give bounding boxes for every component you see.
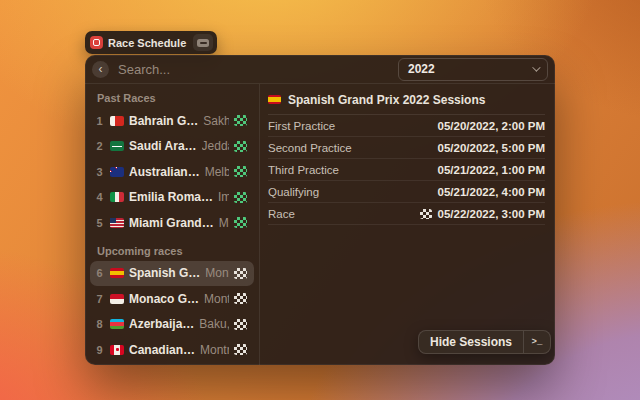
- checkered-flag-icon: [234, 344, 247, 355]
- race-number: 8: [94, 318, 105, 330]
- italy-flag-icon: [110, 192, 124, 202]
- bahrain-flag-icon: [110, 116, 124, 126]
- race-row-bahrain[interactable]: 1 Bahrain G… Sakhir, Bahr…: [90, 108, 254, 134]
- race-number: 7: [94, 293, 105, 305]
- race-location: Imola, Italy: [218, 190, 229, 204]
- race-title: Monaco G…: [129, 292, 199, 306]
- hide-sessions-button[interactable]: Hide Sessions: [419, 331, 523, 353]
- sessions-header: Spanish Grand Prix 2022 Sessions: [268, 92, 545, 107]
- race-location: Melbourne,…: [205, 165, 229, 179]
- race-row-canada[interactable]: 9 Canadian… Montreal, C…: [90, 337, 254, 363]
- section-label-upcoming-races: Upcoming races: [97, 245, 259, 257]
- race-title: Emilia Roma…: [129, 190, 213, 204]
- saudi-arabia-flag-icon: [110, 141, 124, 151]
- checkered-flag-icon: [420, 209, 432, 219]
- session-row-second-practice: Second Practice 05/20/2022, 5:00 PM: [268, 137, 545, 159]
- printer-icon: [197, 39, 209, 47]
- session-datetime: 05/22/2022, 3:00 PM: [438, 208, 545, 220]
- spain-flag-icon: [110, 268, 124, 278]
- race-row-spain-selected[interactable]: 6 Spanish G… Montmeló,…: [90, 261, 254, 287]
- race-row-azerbaijan[interactable]: 8 Azerbaija… Baku, Azerb…: [90, 312, 254, 338]
- race-title: Miami Grand…: [129, 216, 214, 230]
- race-row-monaco[interactable]: 7 Monaco G… Monte-Carl…: [90, 286, 254, 312]
- australia-flag-icon: [110, 167, 124, 177]
- race-location: Monte-Carl…: [204, 292, 229, 306]
- race-title: Spanish G…: [129, 266, 200, 280]
- desktop-wallpaper: { "tab": { "title": "Race Schedule", "ap…: [0, 0, 640, 400]
- race-title: Azerbaija…: [129, 317, 194, 331]
- checkered-flag-icon: [234, 268, 247, 279]
- session-row-qualifying: Qualifying 05/21/2022, 4:00 PM: [268, 181, 545, 203]
- session-label: Third Practice: [268, 164, 432, 176]
- session-row-race: Race 05/22/2022, 3:00 PM: [268, 203, 545, 225]
- race-location: Jeddah, Sa…: [202, 139, 229, 153]
- search-header: ‹ 2022: [85, 55, 555, 84]
- search-input[interactable]: [118, 62, 398, 77]
- year-dropdown-value: 2022: [408, 62, 532, 76]
- sessions-detail-pane: Spanish Grand Prix 2022 Sessions First P…: [260, 84, 555, 365]
- race-number: 1: [94, 115, 105, 127]
- session-row-first-practice: First Practice 05/20/2022, 2:00 PM: [268, 115, 545, 137]
- chevron-down-icon: [532, 63, 540, 71]
- usa-flag-icon: [110, 218, 124, 228]
- race-location: Miami, USA: [219, 216, 229, 230]
- race-location: Sakhir, Bahr…: [203, 114, 229, 128]
- race-number: 6: [94, 267, 105, 279]
- checkered-flag-icon: [234, 115, 247, 126]
- window-body: Past Races 1 Bahrain G… Sakhir, Bahr… 2 …: [85, 84, 555, 365]
- pin-button[interactable]: [193, 34, 213, 51]
- session-datetime: 05/20/2022, 2:00 PM: [438, 120, 545, 132]
- checkered-flag-icon: [234, 166, 247, 177]
- race-number: 5: [94, 217, 105, 229]
- session-label: Second Practice: [268, 142, 432, 154]
- race-location: Montreal, C…: [200, 343, 229, 357]
- session-datetime: 05/21/2022, 1:00 PM: [438, 164, 545, 176]
- race-location: Baku, Azerb…: [199, 317, 229, 331]
- window-title-tab[interactable]: Race Schedule: [85, 31, 217, 54]
- terminal-prompt-icon: >_: [532, 337, 543, 347]
- session-datetime: 05/21/2022, 4:00 PM: [438, 186, 545, 198]
- checkered-flag-icon: [234, 293, 247, 304]
- back-button[interactable]: ‹: [92, 61, 109, 78]
- session-label: Race: [268, 208, 414, 220]
- sessions-title: Spanish Grand Prix 2022 Sessions: [288, 93, 485, 107]
- action-bar: Hide Sessions >_: [418, 330, 551, 354]
- race-number: 4: [94, 191, 105, 203]
- race-location: Montmeló,…: [205, 266, 229, 280]
- race-row-saudi[interactable]: 2 Saudi Ara… Jeddah, Sa…: [90, 134, 254, 160]
- chevron-left-icon: ‹: [99, 63, 103, 75]
- checkered-flag-icon: [234, 141, 247, 152]
- monaco-flag-icon: [110, 294, 124, 304]
- race-schedule-window: ‹ 2022 Past Races 1 Bahrain G… Sakhir, B…: [85, 55, 555, 365]
- session-datetime: 05/20/2022, 5:00 PM: [438, 142, 545, 154]
- race-schedule-app-icon: [90, 36, 103, 49]
- checkered-flag-icon: [234, 192, 247, 203]
- year-dropdown[interactable]: 2022: [398, 58, 548, 81]
- race-title: Saudi Ara…: [129, 139, 197, 153]
- session-row-third-practice: Third Practice 05/21/2022, 1:00 PM: [268, 159, 545, 181]
- checkered-flag-icon: [234, 217, 247, 228]
- azerbaijan-flag-icon: [110, 319, 124, 329]
- race-title: Australian…: [129, 165, 200, 179]
- command-bar-button[interactable]: >_: [524, 331, 550, 353]
- race-title: Bahrain G…: [129, 114, 198, 128]
- section-label-past-races: Past Races: [97, 92, 259, 104]
- race-list: Past Races 1 Bahrain G… Sakhir, Bahr… 2 …: [85, 84, 260, 365]
- race-row-australia[interactable]: 3 Australian… Melbourne,…: [90, 159, 254, 185]
- race-title: Canadian…: [129, 343, 195, 357]
- sessions-table: First Practice 05/20/2022, 2:00 PM Secon…: [268, 114, 545, 225]
- session-label: First Practice: [268, 120, 432, 132]
- race-row-miami[interactable]: 5 Miami Grand… Miami, USA: [90, 210, 254, 236]
- race-number: 3: [94, 166, 105, 178]
- window-title: Race Schedule: [108, 37, 188, 49]
- session-label: Qualifying: [268, 186, 432, 198]
- canada-flag-icon: [110, 345, 124, 355]
- race-number: 2: [94, 140, 105, 152]
- race-number: 9: [94, 344, 105, 356]
- spain-flag-icon: [268, 95, 281, 104]
- checkered-flag-icon: [234, 319, 247, 330]
- race-row-emilia-romagna[interactable]: 4 Emilia Roma… Imola, Italy: [90, 185, 254, 211]
